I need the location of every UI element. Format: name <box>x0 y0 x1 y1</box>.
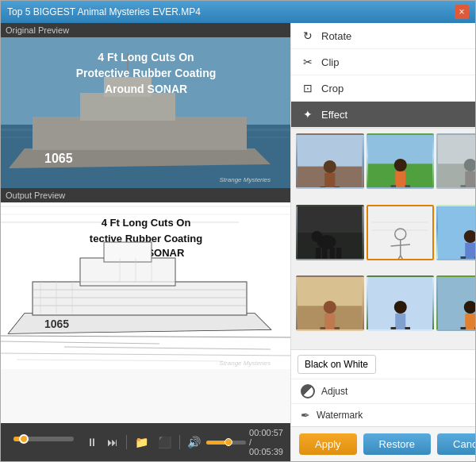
effects-grid <box>291 129 475 349</box>
svg-text:1065: 1065 <box>44 152 73 165</box>
watermark-label: Watermark <box>317 410 363 421</box>
volume-icon: 🔊 <box>184 434 204 450</box>
svg-rect-92 <box>395 314 405 329</box>
crop-label: Crop <box>321 83 344 94</box>
screenshot-button[interactable]: ⬛ <box>155 434 175 450</box>
adjust-icon <box>301 384 315 398</box>
bottom-bar: Apply Restore Cancel <box>291 426 475 461</box>
total-time: 00:05:39 <box>249 447 283 456</box>
time-separator: / <box>249 437 251 447</box>
svg-rect-99 <box>461 327 466 329</box>
camera-icon: ⬛ <box>158 436 171 449</box>
svg-rect-93 <box>390 327 396 329</box>
progress-section <box>7 437 80 445</box>
svg-rect-59 <box>461 185 466 187</box>
effect-thumb-5[interactable] <box>367 205 435 260</box>
svg-text:Strange Mysteries: Strange Mysteries <box>220 360 271 367</box>
effect-thumb-9[interactable] <box>436 275 475 331</box>
next-frame-button[interactable]: ⏭ <box>104 434 121 450</box>
svg-rect-86 <box>324 314 335 329</box>
svg-rect-87 <box>321 327 326 329</box>
adjust-label: Adjust <box>321 386 347 397</box>
pause-icon: ⏸ <box>86 436 98 449</box>
svg-text:Around SONAR: Around SONAR <box>105 83 187 95</box>
svg-rect-100 <box>474 327 475 329</box>
svg-text:4 Ft Long Cuts On: 4 Ft Long Cuts On <box>98 51 194 64</box>
svg-rect-53 <box>390 185 396 187</box>
svg-rect-98 <box>465 314 475 329</box>
svg-rect-82 <box>474 256 475 259</box>
effect-thumb-1[interactable] <box>296 133 364 189</box>
dropdown-row: Black on White White on Black Pencil Ske… <box>291 349 475 379</box>
original-video-frame: 1065 4 Ft Long Cuts On Protective Rubber… <box>1 37 290 188</box>
effect-thumb-6[interactable] <box>436 205 475 260</box>
volume-bar[interactable] <box>206 441 246 445</box>
svg-rect-48 <box>334 187 340 187</box>
adjust-row[interactable]: Adjust <box>291 379 475 403</box>
svg-rect-46 <box>324 173 335 187</box>
effect-thumb-8[interactable] <box>367 275 435 331</box>
svg-text:1065: 1065 <box>44 318 69 330</box>
svg-point-45 <box>324 160 336 173</box>
svg-rect-65 <box>316 248 321 259</box>
rotate-label: Rotate <box>321 30 351 42</box>
effect-select-wrapper: Black on White White on Black Pencil Ske… <box>298 355 475 374</box>
svg-point-91 <box>393 301 406 314</box>
svg-rect-58 <box>465 171 475 187</box>
restore-button[interactable]: Restore <box>363 433 432 455</box>
next-icon: ⏭ <box>107 436 118 449</box>
watermark-icon: ✒ <box>301 409 310 422</box>
svg-rect-81 <box>461 256 466 259</box>
svg-rect-60 <box>474 185 475 187</box>
tool-clip[interactable]: ✂ Clip <box>291 49 475 75</box>
time-display: 00:00:57 / 00:05:39 <box>249 428 284 456</box>
play-pause-button[interactable]: ⏸ <box>83 434 101 450</box>
progress-thumb[interactable] <box>19 434 29 444</box>
effect-thumb-3[interactable] <box>436 133 475 189</box>
svg-rect-88 <box>334 327 340 329</box>
svg-rect-5 <box>33 117 247 150</box>
content-area: Original Preview <box>1 23 475 461</box>
tool-effect[interactable]: ✦ Effect <box>291 102 475 128</box>
svg-rect-54 <box>405 185 410 187</box>
svg-text:Strange Mysteries: Strange Mysteries <box>220 176 271 183</box>
original-video-svg: 1065 4 Ft Long Cuts On Protective Rubber… <box>1 37 290 188</box>
tool-rotate[interactable]: ↻ Rotate <box>291 23 475 49</box>
output-preview: 4 Ft Long Cuts On tective Rubber Coating… <box>1 202 290 423</box>
cancel-button[interactable]: Cancel <box>437 433 475 455</box>
svg-rect-6 <box>80 93 175 121</box>
folder-icon: 📁 <box>135 436 148 449</box>
current-time: 00:00:57 <box>249 428 283 437</box>
svg-rect-94 <box>405 327 410 329</box>
right-panel: ↻ Rotate ✂ Clip ⊡ Crop ✦ Effect <box>290 23 475 461</box>
controls-row: ⏸ ⏭ 📁 ⬛ 🔊 <box>83 428 284 456</box>
svg-text:Protective Rubber Coating: Protective Rubber Coating <box>76 67 217 79</box>
window-title: Top 5 BIGGEST Animal Mysteries EVER.MP4 <box>7 6 201 17</box>
rotate-icon: ↻ <box>301 29 315 42</box>
effect-select[interactable]: Black on White White on Black Pencil Ske… <box>298 355 376 374</box>
svg-rect-25 <box>104 242 152 262</box>
watermark-row[interactable]: ✒ Watermark <box>291 403 475 426</box>
output-preview-label: Output Preview <box>1 188 290 202</box>
main-window: Top 5 BIGGEST Animal Mysteries EVER.MP4 … <box>0 0 476 462</box>
svg-point-85 <box>324 301 336 314</box>
crop-icon: ⊡ <box>301 82 315 94</box>
effect-thumb-4[interactable] <box>296 205 364 260</box>
svg-point-51 <box>393 159 406 171</box>
progress-bar[interactable] <box>13 437 74 441</box>
close-button[interactable]: × <box>455 5 469 19</box>
effect-thumb-2[interactable] <box>367 133 435 189</box>
folder-button[interactable]: 📁 <box>132 434 152 450</box>
apply-button[interactable]: Apply <box>299 433 357 455</box>
tool-menu: ↻ Rotate ✂ Clip ⊡ Crop ✦ Effect <box>291 23 475 129</box>
clip-label: Clip <box>321 56 339 68</box>
output-video-frame: 4 Ft Long Cuts On tective Rubber Coating… <box>1 202 290 423</box>
effect-thumb-7[interactable] <box>296 275 364 331</box>
controls-bar: ⏸ ⏭ 📁 ⬛ 🔊 <box>1 423 290 461</box>
svg-text:4 Ft Long Cuts On: 4 Ft Long Cuts On <box>102 217 191 229</box>
svg-rect-67 <box>330 248 336 259</box>
volume-thumb[interactable] <box>225 438 232 446</box>
tool-crop[interactable]: ⊡ Crop <box>291 75 475 102</box>
effect-label: Effect <box>321 109 347 121</box>
original-preview-label: Original Preview <box>1 23 290 37</box>
